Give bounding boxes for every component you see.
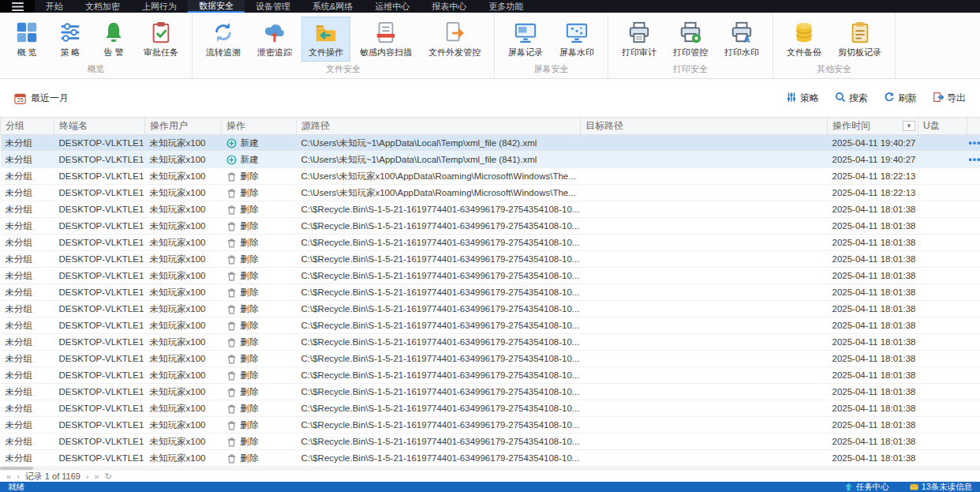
cell-target-path [581, 152, 828, 168]
table-row[interactable]: 未分组DESKTOP-VLKTLE1未知玩家x100删除C:\$Recycle.… [1, 351, 980, 367]
table-row[interactable]: 未分组DESKTOP-VLKTLE1未知玩家x100删除C:\$Recycle.… [1, 218, 980, 235]
table-row[interactable]: 未分组DESKTOP-VLKTLE1未知玩家x100删除C:\$Recycle.… [1, 201, 980, 218]
cell-terminal: DESKTOP-VLKTLE1 [54, 367, 145, 384]
table-row[interactable]: 未分组DESKTOP-VLKTLE1未知玩家x100删除C:\$Recycle.… [1, 400, 980, 417]
cell-terminal: DESKTOP-VLKTLE1 [54, 152, 145, 168]
cell-operation: 删除 [222, 384, 297, 400]
ribbon-item[interactable]: 屏幕水印 [552, 17, 601, 62]
date-range-filter[interactable]: 25 最近一月 [14, 92, 69, 105]
horizontal-scrollbar-thumb[interactable] [0, 467, 33, 470]
menu-item[interactable]: 系统&网络 [301, 0, 364, 13]
cell-terminal: DESKTOP-VLKTLE1 [54, 218, 145, 235]
cell-user: 未知玩家x100 [145, 384, 222, 400]
column-header[interactable]: 操作 [222, 118, 297, 135]
cell-user: 未知玩家x100 [145, 135, 222, 152]
alert-icon [102, 21, 125, 44]
toolbar-action[interactable]: 刷新 [884, 92, 917, 105]
ribbon-item[interactable]: 敏感内容扫描 [353, 17, 419, 62]
row-actions-menu-icon[interactable]: ••• [969, 154, 980, 165]
toolbar-action[interactable]: 策略 [786, 92, 819, 105]
toolbar-action[interactable]: 导出 [933, 92, 966, 105]
ribbon-item[interactable]: 打印审计 [615, 17, 664, 62]
cell-operation: 删除 [222, 218, 297, 235]
cell-time: 2025-04-11 18:01:38 [828, 284, 918, 301]
ribbon-item[interactable]: 文件备份 [780, 17, 829, 62]
menu-item[interactable]: 运维中心 [364, 0, 421, 13]
menu-item[interactable]: 开始 [35, 0, 74, 13]
table-row[interactable]: 未分组DESKTOP-VLKTLE1未知玩家x100删除C:\$Recycle.… [1, 301, 980, 317]
ribbon-item[interactable]: 文件外发管控 [421, 17, 488, 62]
ribbon-item[interactable]: 策 略 [50, 17, 91, 62]
prev-page-button[interactable]: ‹ [17, 471, 20, 481]
table-row[interactable]: 未分组DESKTOP-VLKTLE1未知玩家x100删除C:\$Recycle.… [1, 317, 980, 334]
ribbon-item[interactable]: 泄密追踪 [250, 17, 299, 62]
table-row[interactable]: 未分组DESKTOP-VLKTLE1未知玩家x100删除C:\$Recycle.… [1, 384, 980, 400]
cell-time: 2025-04-11 18:01:38 [828, 351, 918, 367]
column-header[interactable]: 操作时间▼ [828, 118, 918, 135]
approval-icon [149, 21, 173, 44]
menu-item[interactable]: 上网行为 [131, 0, 188, 13]
cell-terminal: DESKTOP-VLKTLE1 [54, 235, 145, 251]
ribbon-item[interactable]: A打印水印 [717, 17, 766, 62]
menu-item[interactable]: 报表中心 [421, 0, 477, 13]
row-actions-menu-icon[interactable]: ••• [969, 137, 980, 148]
table-row[interactable]: 未分组DESKTOP-VLKTLE1未知玩家x100删除C:\$Recycle.… [1, 251, 980, 268]
cell-time: 2025-04-11 19:40:27 [828, 152, 918, 168]
app-window: 开始文档加密上网行为数据安全设备管理系统&网络运维中心报表中心更多功能 概 览策… [0, 0, 980, 492]
table-row[interactable]: 未分组DESKTOP-VLKTLE1未知玩家x100删除C:\$Recycle.… [1, 334, 980, 351]
ribbon-item[interactable]: 告 警 [93, 17, 134, 62]
ribbon-item[interactable]: 审批任务 [137, 17, 185, 62]
cell-time: 2025-04-11 18:01:38 [828, 235, 918, 251]
ribbon-item[interactable]: 文件操作 [301, 17, 350, 62]
horizontal-scrollbar[interactable] [0, 466, 980, 471]
ribbon-item[interactable]: 屏幕记录 [501, 17, 550, 62]
column-filter-icon[interactable]: ▼ [903, 121, 915, 131]
cell-usb [918, 400, 967, 417]
ribbon-item[interactable]: 打印管控 [666, 17, 715, 62]
cell-time: 2025-04-11 18:01:38 [828, 367, 918, 384]
column-header[interactable]: 操作用户 [145, 118, 222, 135]
cell-usb [918, 417, 967, 434]
operation-label: 删除 [241, 336, 259, 348]
ribbon-item[interactable]: 概 览 [6, 17, 47, 62]
status-text: 就绪 [8, 482, 24, 492]
cell-operation: 删除 [222, 235, 297, 251]
table-row[interactable]: 未分组DESKTOP-VLKTLE1未知玩家x100删除C:\$Recycle.… [1, 367, 980, 384]
table-row[interactable]: 未分组DESKTOP-VLKTLE1未知玩家x100删除C:\$Recycle.… [1, 235, 980, 251]
table-row[interactable]: 未分组DESKTOP-VLKTLE1未知玩家x100删除C:\$Recycle.… [1, 434, 980, 450]
table-row[interactable]: 未分组DESKTOP-VLKTLE1未知玩家x100删除C:\Users\未知玩… [1, 185, 980, 201]
cell-target-path [581, 367, 828, 384]
table-row[interactable]: 未分组DESKTOP-VLKTLE1未知玩家x100删除C:\$Recycle.… [1, 450, 980, 467]
unread-messages-button[interactable]: 13条未读信息 [910, 482, 972, 492]
table-row[interactable]: 未分组DESKTOP-VLKTLE1未知玩家x100删除C:\$Recycle.… [1, 284, 980, 301]
pager-refresh-button[interactable]: ↻ [105, 471, 112, 481]
ribbon-item[interactable]: 流转追溯 [199, 17, 248, 62]
ribbon-item[interactable]: 剪切板记录 [831, 17, 888, 62]
last-page-button[interactable]: » [95, 471, 99, 481]
ribbon-item-label: 策 略 [60, 47, 80, 58]
table-row[interactable]: 未分组DESKTOP-VLKTLE1未知玩家x100删除C:\$Recycle.… [1, 268, 980, 284]
column-header[interactable]: 终端名 [54, 118, 145, 135]
table-row[interactable]: 未分组DESKTOP-VLKTLE1未知玩家x100新建C:\Users\未知玩… [1, 135, 980, 152]
first-page-button[interactable]: « [6, 471, 11, 481]
app-menu-icon[interactable] [0, 0, 35, 13]
menu-item[interactable]: 更多功能 [477, 0, 534, 13]
cell-target-path [581, 135, 828, 152]
cell-user: 未知玩家x100 [145, 168, 222, 185]
task-center-button[interactable]: 任务中心 [844, 482, 889, 492]
column-header[interactable]: 目标路径 [581, 118, 828, 135]
menu-item[interactable]: 数据安全 [188, 0, 245, 13]
next-page-button[interactable]: › [86, 471, 89, 481]
toolbar-action[interactable]: 搜索 [835, 92, 868, 105]
column-header[interactable]: 源路径 [297, 118, 581, 135]
column-header[interactable]: 分组 [1, 118, 54, 135]
table-row[interactable]: 未分组DESKTOP-VLKTLE1未知玩家x100新建C:\Users\未知玩… [1, 152, 980, 168]
menu-item[interactable]: 文档加密 [74, 0, 131, 13]
menu-item[interactable]: 设备管理 [245, 0, 301, 13]
column-header[interactable]: U盘 [918, 118, 967, 135]
column-header[interactable] [967, 118, 980, 135]
create-icon [226, 155, 237, 165]
table-row[interactable]: 未分组DESKTOP-VLKTLE1未知玩家x100删除C:\Users\未知玩… [1, 168, 980, 185]
table-row[interactable]: 未分组DESKTOP-VLKTLE1未知玩家x100删除C:\$Recycle.… [1, 417, 980, 434]
task-center-label: 任务中心 [856, 482, 889, 492]
